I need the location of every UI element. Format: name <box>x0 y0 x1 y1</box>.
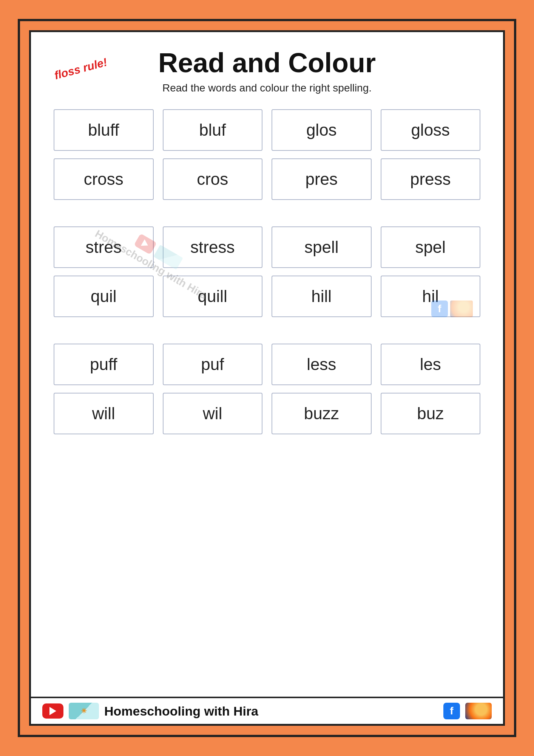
word-box: buz <box>381 393 481 434</box>
row-spacer <box>54 325 154 336</box>
row-spacer <box>381 208 481 219</box>
outer-border: floss rule! Read and Colour Read the wor… <box>18 19 516 737</box>
floss-rule-label: floss rule! <box>53 56 108 82</box>
page-title: Read and Colour <box>158 47 376 78</box>
word-box: cros <box>163 158 263 200</box>
word-box: puf <box>163 344 263 385</box>
word-box: hil <box>381 276 481 317</box>
row-spacer <box>163 208 263 219</box>
footer-brand-title: Homeschooling with Hira <box>104 704 438 719</box>
word-box: pres <box>272 158 372 200</box>
row-spacer <box>163 325 263 336</box>
row-spacer <box>272 325 372 336</box>
word-box: wil <box>163 393 263 434</box>
word-box: puff <box>54 344 154 385</box>
words-grid: bluffblufglosglosscrosscrosprespressstre… <box>54 109 480 434</box>
word-box: spel <box>381 226 481 268</box>
row-spacer <box>54 208 154 219</box>
word-box: stress <box>163 226 263 268</box>
word-box: less <box>272 344 372 385</box>
word-box: les <box>381 344 481 385</box>
word-box: stres <box>54 226 154 268</box>
inner-card: floss rule! Read and Colour Read the wor… <box>29 30 505 726</box>
footer-bar: ☀ Homeschooling with Hira f <box>31 697 503 724</box>
word-box: quill <box>163 276 263 317</box>
page-subtitle: Read the words and colour the right spel… <box>162 82 372 94</box>
word-box: bluff <box>54 109 154 151</box>
word-box: quil <box>54 276 154 317</box>
footer-youtube-icon <box>42 703 63 719</box>
footer-img-icon <box>465 703 492 719</box>
word-box: spell <box>272 226 372 268</box>
word-box: press <box>381 158 481 200</box>
row-spacer <box>381 325 481 336</box>
footer-fb-icon: f <box>443 703 460 719</box>
word-box: will <box>54 393 154 434</box>
word-box: buzz <box>272 393 372 434</box>
word-box: cross <box>54 158 154 200</box>
word-box: gloss <box>381 109 481 151</box>
word-box: glos <box>272 109 372 151</box>
footer-book-inner: ☀ <box>81 707 87 715</box>
footer-book-icon: ☀ <box>69 703 99 719</box>
row-spacer <box>272 208 372 219</box>
word-box: hill <box>272 276 372 317</box>
word-box: bluf <box>163 109 263 151</box>
